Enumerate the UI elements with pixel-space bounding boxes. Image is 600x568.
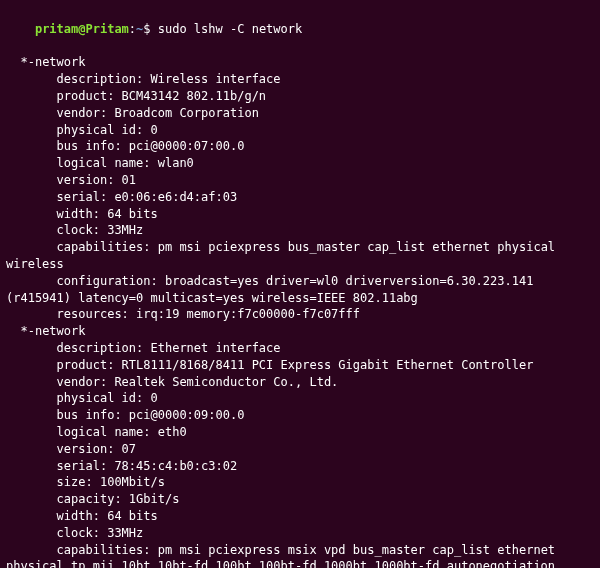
output-line: clock: 33MHz [6,525,594,542]
output-line: *-network [6,54,594,71]
output-line: width: 64 bits [6,508,594,525]
output-line: logical name: eth0 [6,424,594,441]
prompt-user-host: pritam@Pritam [35,22,129,36]
output-line: clock: 33MHz [6,222,594,239]
output-line: version: 01 [6,172,594,189]
output-line: description: Wireless interface [6,71,594,88]
output-line: physical id: 0 [6,122,594,139]
output-line: serial: 78:45:c4:b0:c3:02 [6,458,594,475]
output-line: description: Ethernet interface [6,340,594,357]
output-line: product: BCM43142 802.11b/g/n [6,88,594,105]
output-line: vendor: Broadcom Corporation [6,105,594,122]
output-line: width: 64 bits [6,206,594,223]
output-line: bus info: pci@0000:07:00.0 [6,138,594,155]
output-line: capabilities: pm msi pciexpress bus_mast… [6,239,594,273]
output-line: capacity: 1Gbit/s [6,491,594,508]
output-line: serial: e0:06:e6:d4:af:03 [6,189,594,206]
output-line: capabilities: pm msi pciexpress msix vpd… [6,542,594,569]
prompt-separator: : [129,22,136,36]
output-line: configuration: broadcast=yes driver=wl0 … [6,273,594,307]
output-line: resources: irq:19 memory:f7c00000-f7c07f… [6,306,594,323]
prompt-line-1: pritam@Pritam:~$ sudo lshw -C network [6,4,594,54]
terminal-window[interactable]: pritam@Pritam:~$ sudo lshw -C network *-… [6,4,594,568]
output-line: version: 07 [6,441,594,458]
output-line: physical id: 0 [6,390,594,407]
output-line: vendor: Realtek Semiconductor Co., Ltd. [6,374,594,391]
output-line: bus info: pci@0000:09:00.0 [6,407,594,424]
output-line: size: 100Mbit/s [6,474,594,491]
output-line: *-network [6,323,594,340]
output-line: product: RTL8111/8168/8411 PCI Express G… [6,357,594,374]
output-line: logical name: wlan0 [6,155,594,172]
prompt-dollar: $ [143,22,157,36]
command-text: sudo lshw -C network [158,22,303,36]
